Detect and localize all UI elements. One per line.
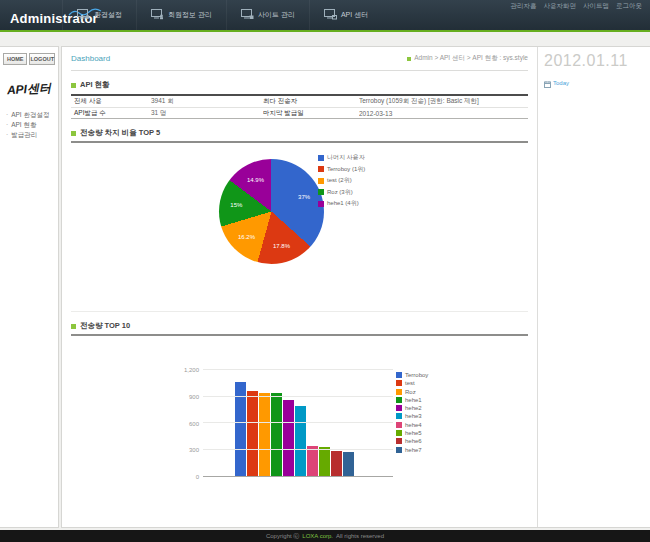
- nav-item-label: 회원정보 관리: [168, 10, 212, 20]
- legend-label: hehe6: [405, 438, 422, 444]
- summary-value: 3941 회: [151, 97, 263, 106]
- sidebar-menu: API 환경설정 API 현황 발급관리: [0, 110, 58, 140]
- admin-home-link[interactable]: 관리자홈: [511, 2, 537, 11]
- legend-label: hehe4: [405, 422, 422, 428]
- bar: [331, 451, 342, 476]
- pie-legend: 나머지 사용자Terroboy (1위)test (2위)Roz (3위)heh…: [318, 153, 365, 208]
- bar-section: 전송량 TOP 10 1,2009006003000 TerroboytestR…: [71, 321, 528, 498]
- legend-label: hehe1: [405, 397, 422, 403]
- summary-table: 전체 사용 3941 회 최다 전송자 Terroboy (1059회 전송) …: [71, 94, 528, 119]
- pie-section-title: 전송량 차지 비율 TOP 5: [80, 128, 160, 138]
- nav-item-members[interactable]: 회원정보 관리: [136, 0, 226, 30]
- legend-item: hehe6: [396, 438, 428, 444]
- legend-label: test (2위): [327, 176, 352, 185]
- content: Dashboard Admin > API 센터 > API 현황 : sys.…: [62, 47, 537, 527]
- sidebar-item-api-status[interactable]: API 현황: [6, 120, 58, 130]
- summary-label: 마지막 발급일: [263, 109, 359, 118]
- legend-swatch: [318, 155, 324, 161]
- summary-value: Terroboy (1059회 전송) [권한: Basic 제한]: [359, 97, 528, 106]
- pie-slice-label: 37%: [298, 194, 310, 200]
- copyright-prefix: Copyright ⓒ: [266, 532, 299, 541]
- logout-button[interactable]: LOGOUT: [29, 53, 55, 65]
- monitor-board-icon: [241, 6, 254, 24]
- today-link[interactable]: Today: [553, 80, 569, 86]
- section-divider: [71, 311, 528, 312]
- legend-item: hehe1 (4위): [318, 199, 365, 208]
- dashboard-link[interactable]: Dashboard: [71, 54, 110, 63]
- bar: [307, 446, 318, 476]
- topbar: 관리자홈 사용자화면 사이트맵 로그아웃 Administrator 환경설정: [0, 0, 650, 32]
- legend-item: hehe3: [396, 413, 428, 419]
- legend-item: Roz: [396, 389, 428, 395]
- legend-item: hehe1: [396, 397, 428, 403]
- legend-item: hehe4: [396, 422, 428, 428]
- legend-label: hehe3: [405, 413, 422, 419]
- section-bullet-icon: [71, 83, 76, 88]
- nav-item-settings[interactable]: 환경설정: [62, 0, 136, 30]
- nav-item-label: 사이트 관리: [258, 10, 295, 20]
- summary-section-title: API 현황: [80, 80, 110, 90]
- legend-item: hehe7: [396, 447, 428, 453]
- breadcrumb: Admin > API 센터 > API 현황 : sys.style: [407, 54, 528, 63]
- pie-chart-area: 37%17.8%16.2%15%14.9% 나머지 사용자Terroboy (1…: [71, 143, 528, 311]
- bar-chart-area: 1,2009006003000 TerroboytestRozhehe1hehe…: [71, 370, 528, 498]
- nav-item-label: 환경설정: [94, 10, 122, 20]
- summary-label: 최다 전송자: [263, 97, 359, 106]
- legend-swatch: [396, 380, 402, 386]
- legend-swatch: [318, 189, 324, 195]
- bar-section-title: 전송량 TOP 10: [80, 321, 130, 331]
- y-tick-label: 1,200: [184, 367, 199, 373]
- legend-swatch: [396, 413, 402, 419]
- gridline: [203, 422, 393, 423]
- bar: [343, 452, 354, 476]
- sidebar-item-api-settings[interactable]: API 환경설정: [6, 110, 58, 120]
- nav-item-api-center[interactable]: API 센터: [309, 0, 382, 30]
- legend-item: hehe5: [396, 430, 428, 436]
- main-card: Dashboard Admin > API 센터 > API 현황 : sys.…: [61, 46, 650, 528]
- current-date: 2012.01.11: [544, 52, 628, 70]
- screen: 관리자홈 사용자화면 사이트맵 로그아웃 Administrator 환경설정: [0, 0, 650, 542]
- bar: [271, 393, 282, 476]
- legend-swatch: [396, 372, 402, 378]
- legend-label: Terroboy (1위): [327, 165, 365, 174]
- table-row: API발급 수 31 명 마지막 발급일 2012-03-13: [71, 107, 528, 118]
- legend-label: hehe5: [405, 430, 422, 436]
- legend-label: 나머지 사용자: [327, 153, 365, 162]
- summary-section-header: API 현황: [71, 80, 528, 90]
- table-row: 전체 사용 3941 회 최다 전송자 Terroboy (1059회 전송) …: [71, 96, 528, 107]
- bar-section-header: 전송량 TOP 10: [71, 321, 528, 331]
- bar-plot: [203, 370, 393, 477]
- sidebar-logo: API센터: [1, 80, 58, 100]
- legend-item: Terroboy (1위): [318, 165, 365, 174]
- home-button[interactable]: HOME: [3, 53, 27, 65]
- y-tick-label: 600: [189, 421, 199, 427]
- footer: Copyright ⓒ LOXA corp. All rights reserv…: [0, 530, 650, 542]
- bars: [235, 370, 354, 476]
- nav-item-site[interactable]: 사이트 관리: [226, 0, 309, 30]
- sidebar: HOME LOGOUT API센터 API 환경설정 API 현황 발급관리: [0, 46, 59, 528]
- pie-section: 전송량 차지 비율 TOP 5 37%17.8%16.2%15%14.9% 나머…: [71, 128, 528, 311]
- sidebar-item-issuance[interactable]: 발급관리: [6, 130, 58, 140]
- bar: [247, 391, 258, 476]
- copyright-suffix: All rights reserved: [336, 533, 384, 539]
- legend-label: Roz (3위): [327, 188, 353, 197]
- legend-swatch: [396, 430, 402, 436]
- y-tick-label: 300: [189, 447, 199, 453]
- nav-item-label: API 센터: [341, 10, 368, 20]
- legend-label: hehe2: [405, 405, 422, 411]
- section-bullet-icon: [71, 324, 76, 329]
- logout-link[interactable]: 로그아웃: [616, 2, 642, 11]
- legend-swatch: [396, 397, 402, 403]
- date-row: 2012.01.11: [544, 52, 644, 70]
- gridline: [203, 396, 393, 397]
- legend-label: hehe7: [405, 447, 422, 453]
- sitemap-link[interactable]: 사이트맵: [583, 2, 609, 11]
- sidebar-buttons: HOME LOGOUT: [3, 53, 55, 65]
- legend-label: hehe1 (4위): [327, 199, 359, 208]
- top-navigation: 환경설정 회원정보 관리 사이트 관리 API 센터: [62, 0, 382, 30]
- bar: [259, 393, 270, 476]
- bar: [319, 447, 330, 476]
- legend-item: test: [396, 380, 428, 386]
- user-view-link[interactable]: 사용자화면: [544, 2, 577, 11]
- bar: [295, 406, 306, 476]
